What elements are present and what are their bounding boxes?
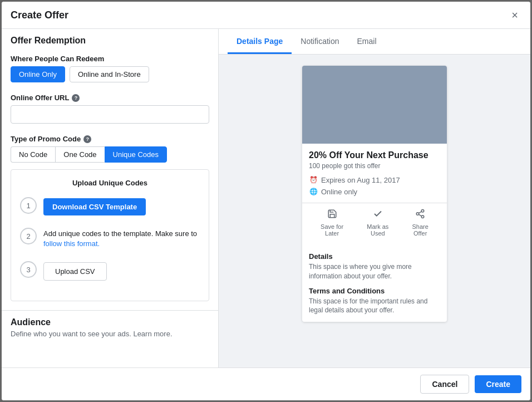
promo-label: Type of Promo Code ? (2, 130, 218, 146)
offer-meta: ⏰ Expires on Aug 11, 2017 🌐 Online only (309, 175, 440, 196)
modal-overlay: Create Offer × Offer Redemption Where Pe… (0, 0, 532, 402)
promo-type-group: No Code One Code Unique Codes (2, 146, 218, 169)
section-title: Offer Redemption (2, 29, 218, 50)
online-instore-button[interactable]: Online and In-Store (70, 66, 149, 82)
offer-actions: Save forLater Mark asUsed (302, 203, 447, 240)
modal-title: Create Offer (11, 9, 68, 21)
offer-claimed: 100 people got this offer (309, 162, 440, 170)
offer-title: 20% Off Your Next Purchase (309, 150, 440, 160)
share-label: ShareOffer (412, 223, 428, 237)
no-code-button[interactable]: No Code (11, 146, 55, 163)
step-2-circle: 2 (20, 228, 37, 244)
details-text: This space is where you give more inform… (309, 262, 440, 281)
step-3-circle: 3 (20, 261, 37, 278)
upload-step-1: 1 Download CSV Template (20, 196, 200, 215)
online-only-button[interactable]: Online Only (11, 66, 65, 82)
cancel-button[interactable]: Cancel (420, 375, 469, 394)
svg-line-4 (419, 212, 422, 213)
offer-card: 20% Off Your Next Purchase 100 people go… (302, 66, 447, 322)
follow-format-link[interactable]: follow this format. (43, 239, 100, 248)
audience-subtitle: Define who you want to see your ads. Lea… (11, 330, 209, 338)
details-title: Details (309, 252, 440, 261)
modal-body: Offer Redemption Where People Can Redeem… (2, 29, 530, 367)
url-help-icon[interactable]: ? (72, 94, 80, 102)
tab-email[interactable]: Email (348, 29, 386, 54)
download-csv-button[interactable]: Download CSV Template (43, 198, 146, 215)
tab-details-page[interactable]: Details Page (228, 29, 292, 54)
svg-point-0 (421, 210, 424, 213)
upload-csv-button[interactable]: Upload CSV (43, 262, 107, 281)
save-label: Save forLater (321, 223, 343, 237)
share-offer-action[interactable]: ShareOffer (412, 209, 428, 237)
step-1-content: Download CSV Template (43, 196, 200, 215)
left-panel: Offer Redemption Where People Can Redeem… (2, 29, 219, 367)
preview-area: 20% Off Your Next Purchase 100 people go… (219, 55, 530, 333)
step-3-content: Upload CSV (43, 260, 200, 281)
tabs-bar: Details Page Notification Email (219, 29, 530, 55)
close-button[interactable]: × (508, 8, 521, 22)
offer-details-section: Details This space is where you give mor… (302, 252, 447, 322)
check-icon (373, 209, 383, 221)
svg-point-1 (416, 213, 419, 215)
where-label: Where People Can Redeem (2, 50, 218, 66)
step-2-text: Add unique codes to the template. Make s… (43, 229, 200, 249)
step-1-circle: 1 (20, 197, 37, 214)
audience-section: Audience Define who you want to see your… (2, 310, 218, 345)
url-label: Online Offer URL ? (2, 89, 218, 105)
right-panel: Details Page Notification Email 20% Off (219, 29, 530, 367)
step-2-content: Add unique codes to the template. Make s… (43, 227, 200, 249)
create-offer-modal: Create Offer × Offer Redemption Where Pe… (2, 2, 530, 400)
url-input[interactable] (11, 105, 209, 124)
offer-body: 20% Off Your Next Purchase 100 people go… (302, 144, 447, 247)
create-button[interactable]: Create (475, 375, 521, 393)
offer-image (302, 66, 447, 144)
promo-help-icon[interactable]: ? (83, 135, 91, 143)
modal-footer: Cancel Create (2, 367, 530, 400)
svg-line-3 (419, 214, 422, 216)
unique-codes-button[interactable]: Unique Codes (105, 146, 167, 163)
offer-location: 🌐 Online only (309, 187, 440, 196)
tab-notification[interactable]: Notification (292, 29, 348, 54)
audience-title: Audience (11, 317, 209, 327)
svg-point-2 (421, 215, 424, 218)
globe-icon: 🌐 (309, 187, 318, 196)
upload-step-3: 3 Upload CSV (20, 260, 200, 281)
upload-step-2: 2 Add unique codes to the template. Make… (20, 227, 200, 249)
terms-text: This space is for the important rules an… (309, 297, 440, 316)
terms-title: Terms and Conditions (309, 287, 440, 295)
upload-section-title: Upload Unique Codes (20, 179, 200, 187)
one-code-button[interactable]: One Code (55, 146, 104, 163)
share-icon (415, 209, 425, 221)
redemption-type-group: Online Only Online and In-Store (2, 66, 218, 89)
save-icon (327, 209, 337, 221)
offer-expiry: ⏰ Expires on Aug 11, 2017 (309, 175, 440, 184)
save-for-later-action[interactable]: Save forLater (321, 209, 343, 237)
mark-as-used-action[interactable]: Mark asUsed (367, 209, 388, 237)
modal-header: Create Offer × (2, 2, 530, 29)
clock-icon: ⏰ (309, 175, 318, 184)
mark-used-label: Mark asUsed (367, 223, 388, 237)
upload-section: Upload Unique Codes 1 Download CSV Templ… (11, 169, 209, 301)
